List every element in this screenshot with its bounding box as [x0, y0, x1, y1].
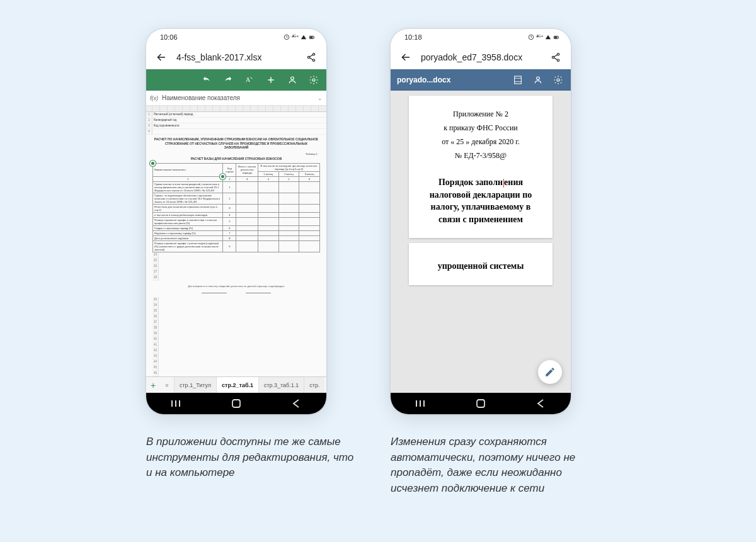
- svg-rect-14: [558, 37, 559, 38]
- svg-point-19: [537, 77, 540, 80]
- status-icons: ⁴ᴳ⁺: [284, 34, 316, 40]
- confirm-text: Достоверность и полноту сведений, указан…: [146, 281, 326, 291]
- file-title: 4-fss_blank-2017.xlsx: [176, 52, 296, 62]
- edit-fab[interactable]: [538, 360, 562, 384]
- home-button[interactable]: [471, 399, 490, 408]
- back-button[interactable]: [287, 399, 306, 408]
- format-icon[interactable]: A: [243, 74, 256, 86]
- fx-value: Наименование показателя: [162, 94, 314, 101]
- layout-icon[interactable]: [512, 74, 524, 86]
- sheet-grid[interactable]: 1Расчетный (отчетный) период 2Календарны…: [146, 106, 326, 376]
- doc-header-line: Приложение № 2: [427, 108, 535, 120]
- tab-page3[interactable]: стр.3_таб.1.1: [258, 377, 304, 393]
- collaborator-icon[interactable]: [532, 74, 544, 86]
- calculation-table: Наименование показателя Код строки Всего…: [152, 163, 320, 252]
- column-headers: [146, 106, 326, 112]
- sheets-menu-icon[interactable]: ≡: [160, 377, 174, 393]
- app-header: 4-fss_blank-2017.xlsx: [146, 45, 326, 69]
- share-icon[interactable]: [305, 51, 318, 64]
- app-header: poryadok_ed7_3958.docx: [391, 45, 571, 69]
- doc-header-line: к приказу ФНС России: [427, 122, 535, 133]
- formula-bar[interactable]: f(x) Наименование показателя ⌄: [146, 91, 326, 106]
- svg-point-8: [291, 77, 294, 80]
- doc-page-2[interactable]: упрощенной системы: [409, 243, 553, 285]
- status-time: 10:06: [160, 33, 178, 41]
- selection-handle[interactable]: [150, 161, 156, 166]
- svg-rect-13: [554, 37, 557, 38]
- status-bar: 10:06 ⁴ᴳ⁺: [146, 29, 326, 45]
- gear-icon[interactable]: [552, 74, 564, 86]
- file-title: poryadok_ed7_3958.docx: [421, 52, 541, 62]
- docs-toolbar: poryado...docx: [391, 69, 571, 91]
- sheet-tabs: + ≡ стр.1_Титул стр.2_таб.1 стр.3_таб.1.…: [146, 376, 326, 393]
- doc-subheading: РАСЧЕТ БАЗЫ ДЛЯ НАЧИСЛЕНИЯ СТРАХОВЫХ ВЗН…: [146, 155, 326, 163]
- signature-lines: [146, 291, 326, 297]
- svg-rect-2: [310, 37, 312, 38]
- redo-icon[interactable]: [222, 74, 234, 86]
- doc-heading: РАСЧЕТ ПО НАЧИСЛЕННЫМ, УПЛАЧЕННЫМ СТРАХО…: [146, 135, 326, 152]
- android-nav-bar: [146, 393, 326, 414]
- doc-tab-name: poryado...docx: [397, 76, 504, 84]
- back-icon[interactable]: [155, 51, 168, 64]
- svg-text:A: A: [246, 76, 251, 83]
- caption-left: В приложении доступны те же самые инстру…: [146, 434, 360, 481]
- tab-page1[interactable]: стр.1_Титул: [174, 377, 216, 393]
- recents-button[interactable]: [411, 400, 430, 407]
- selection-handle[interactable]: [220, 174, 226, 179]
- share-icon[interactable]: [549, 51, 562, 64]
- doc-header-line: № ЕД-7-3/958@: [427, 150, 535, 161]
- svg-point-9: [312, 79, 315, 81]
- status-time: 10:18: [404, 33, 422, 41]
- recents-button[interactable]: [167, 400, 186, 407]
- home-button[interactable]: [227, 399, 246, 408]
- svg-rect-21: [477, 400, 484, 407]
- svg-rect-10: [232, 400, 240, 407]
- back-icon[interactable]: [399, 51, 412, 64]
- phone-sheets: 10:06 ⁴ᴳ⁺ 4-fss_blank-2017.xlsx A f(x) Н…: [146, 29, 326, 414]
- tab-page4[interactable]: стр.: [304, 377, 324, 393]
- svg-rect-18: [515, 76, 522, 84]
- undo-icon[interactable]: [200, 74, 213, 86]
- gear-icon[interactable]: [307, 74, 320, 86]
- doc-main-title: Порядок заполнения налоговой декларации …: [427, 176, 535, 225]
- doc-page-1[interactable]: Приложение № 2 к приказу ФНС России от «…: [409, 96, 553, 238]
- add-icon[interactable]: [265, 74, 277, 86]
- collaborator-icon[interactable]: [286, 74, 299, 86]
- doc-header-line: от « 25 » декабря 2020 г.: [427, 136, 535, 147]
- phone-docs: 10:18 ⁴ᴳ⁺ poryadok_ed7_3958.docx poryado…: [391, 29, 571, 414]
- back-button[interactable]: [531, 399, 550, 408]
- svg-point-20: [557, 79, 559, 81]
- caption-right: Изменения сразу сохраняются автоматическ…: [391, 434, 612, 497]
- android-nav-bar: [391, 393, 571, 414]
- svg-rect-3: [314, 37, 314, 38]
- status-icons: ⁴ᴳ⁺: [528, 34, 560, 40]
- tab-page2[interactable]: стр.2_таб.1: [216, 377, 258, 393]
- document-canvas[interactable]: Приложение № 2 к приказу ФНС России от «…: [391, 91, 571, 393]
- chevron-down-icon[interactable]: ⌄: [318, 95, 323, 101]
- sheets-toolbar: A: [146, 69, 326, 91]
- status-bar: 10:18 ⁴ᴳ⁺: [391, 29, 571, 45]
- fx-label: f(x): [150, 95, 158, 101]
- add-sheet-button[interactable]: +: [146, 377, 160, 393]
